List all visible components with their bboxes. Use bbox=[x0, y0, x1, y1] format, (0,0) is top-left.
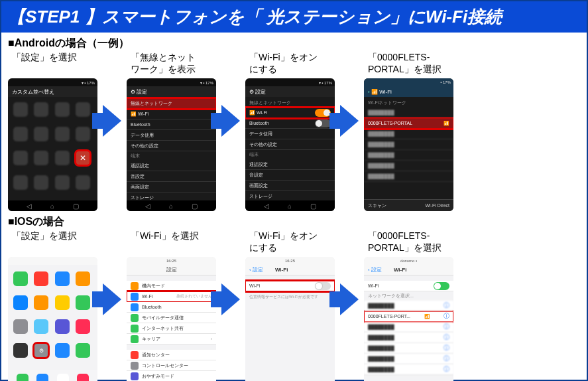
app-icon[interactable] bbox=[76, 271, 90, 286]
list-item[interactable]: モバイルデータ通信 bbox=[127, 313, 216, 323]
home-icon[interactable]: ⌂ bbox=[288, 202, 292, 210]
app-icon[interactable] bbox=[76, 127, 90, 141]
recent-icon[interactable]: ▢ bbox=[73, 202, 79, 210]
recent-icon[interactable]: ▢ bbox=[192, 202, 198, 210]
list-item[interactable]: インターネット共有 bbox=[127, 323, 216, 334]
back-icon[interactable]: ◁ bbox=[264, 202, 269, 210]
app-icon[interactable] bbox=[34, 175, 48, 190]
back-button[interactable]: ‹ 設定 bbox=[249, 266, 263, 273]
list-item[interactable]: キャリア› bbox=[127, 334, 216, 344]
info-icon[interactable]: ⓘ bbox=[443, 312, 449, 321]
info-icon[interactable]: ⓘ bbox=[443, 354, 449, 363]
list-item[interactable]: 音設定 bbox=[245, 170, 335, 181]
wifi-toggle[interactable] bbox=[315, 282, 331, 290]
list-item[interactable]: その他の設定 bbox=[245, 139, 335, 150]
list-item[interactable]: おやすみモード bbox=[127, 371, 216, 381]
info-icon[interactable]: ⓘ bbox=[443, 333, 449, 342]
wifi-network-row[interactable]: ████████ⓘ bbox=[364, 301, 453, 311]
scan-button[interactable]: スキャン bbox=[368, 202, 386, 209]
info-icon[interactable]: ⓘ bbox=[443, 301, 449, 310]
dock-icon[interactable] bbox=[77, 374, 89, 381]
home-icon[interactable]: ⌂ bbox=[169, 202, 173, 210]
app-icon[interactable] bbox=[34, 127, 48, 141]
list-item[interactable]: 機内モード bbox=[127, 281, 216, 291]
wifi-toggle-row[interactable]: Wi-Fi bbox=[364, 281, 453, 291]
dock-icon[interactable] bbox=[36, 374, 48, 381]
wireless-network-row[interactable]: 無線とネットワーク bbox=[127, 98, 216, 109]
app-icon[interactable] bbox=[13, 102, 28, 117]
app-icon[interactable] bbox=[76, 175, 90, 190]
wifi-direct-button[interactable]: Wi-Fi Direct bbox=[425, 203, 449, 208]
app-icon[interactable] bbox=[13, 271, 28, 286]
home-icon[interactable]: ⌂ bbox=[50, 202, 54, 210]
app-icon[interactable] bbox=[55, 175, 70, 190]
back-icon[interactable]: ◁ bbox=[145, 202, 150, 210]
back-button[interactable]: ‹ 設定 bbox=[368, 266, 382, 273]
wifi-network-row[interactable]: ████████ bbox=[364, 161, 453, 171]
bt-toggle[interactable] bbox=[315, 119, 331, 127]
app-icon[interactable] bbox=[13, 127, 28, 141]
list-item[interactable]: 通話設定 bbox=[127, 161, 216, 171]
app-icon[interactable] bbox=[55, 127, 70, 141]
wifi-toggle-row[interactable]: 📶 Wi-Fi bbox=[245, 108, 335, 118]
app-icon[interactable] bbox=[55, 295, 70, 310]
recent-icon[interactable]: ▢ bbox=[310, 202, 316, 210]
app-icon[interactable] bbox=[76, 343, 90, 358]
list-item[interactable]: 通知センター bbox=[127, 350, 216, 360]
app-icon[interactable] bbox=[76, 319, 90, 334]
app-icon[interactable] bbox=[13, 295, 28, 310]
wifi-toggle[interactable] bbox=[315, 109, 331, 117]
list-item[interactable]: Bluetooth bbox=[127, 119, 216, 130]
list-item[interactable]: 📶 Wi-Fi bbox=[127, 109, 216, 119]
list-item[interactable]: ストレージ bbox=[127, 192, 216, 200]
app-icon[interactable] bbox=[55, 151, 70, 165]
app-icon[interactable] bbox=[34, 319, 48, 334]
info-icon[interactable]: ⓘ bbox=[443, 344, 449, 352]
info-icon[interactable]: ⓘ bbox=[443, 323, 449, 331]
app-icon[interactable] bbox=[76, 102, 90, 117]
app-icon[interactable] bbox=[55, 102, 70, 117]
wifi-network-row[interactable]: ████████ⓘ bbox=[364, 343, 453, 354]
settings-app-icon[interactable]: ⚙ bbox=[34, 343, 48, 358]
app-icon[interactable] bbox=[13, 319, 28, 334]
app-icon[interactable] bbox=[13, 175, 28, 190]
wifi-network-row[interactable]: ████████ bbox=[364, 129, 453, 139]
info-icon[interactable]: ⓘ bbox=[443, 365, 449, 374]
app-icon[interactable] bbox=[13, 343, 28, 358]
list-item[interactable]: 音設定 bbox=[127, 171, 216, 182]
list-item[interactable]: 画面設定 bbox=[127, 182, 216, 192]
app-icon[interactable] bbox=[55, 319, 70, 334]
wifi-toggle[interactable] bbox=[434, 282, 449, 290]
flets-portal-row[interactable]: 0000FLETS-PORTAL📶 bbox=[364, 118, 453, 129]
back-icon[interactable]: ‹ bbox=[368, 89, 370, 95]
back-icon[interactable]: ◁ bbox=[27, 202, 32, 210]
app-icon[interactable] bbox=[13, 151, 28, 165]
list-item[interactable]: ストレージ bbox=[245, 191, 335, 200]
dock-icon[interactable] bbox=[17, 374, 29, 381]
wifi-settings-row[interactable]: Wi-Fi接続されていません bbox=[127, 291, 216, 302]
app-icon[interactable] bbox=[55, 271, 70, 286]
app-icon[interactable] bbox=[34, 151, 48, 165]
wifi-network-row[interactable]: ████████ⓘ bbox=[364, 322, 453, 333]
list-item[interactable]: 通話設定 bbox=[245, 159, 335, 170]
list-item[interactable]: Bluetooth bbox=[127, 302, 216, 313]
wifi-network-row[interactable]: ████████ bbox=[364, 150, 453, 161]
list-item[interactable]: データ使用 bbox=[245, 129, 335, 139]
settings-app-icon[interactable]: ✕ bbox=[76, 151, 90, 165]
wifi-network-row[interactable]: ████████ bbox=[364, 171, 453, 182]
dock-icon[interactable] bbox=[57, 374, 69, 381]
flets-portal-row[interactable]: 0000FLETS-PORT...📶ⓘ bbox=[364, 311, 453, 322]
wifi-network-row[interactable]: ████████ⓘ bbox=[364, 364, 453, 375]
list-item[interactable]: コントロールセンター bbox=[127, 360, 216, 371]
list-item[interactable]: Bluetooth bbox=[245, 118, 335, 129]
app-icon[interactable] bbox=[76, 295, 90, 310]
wifi-toggle-row[interactable]: Wi-Fi bbox=[245, 281, 335, 291]
wifi-network-row[interactable]: ████████ bbox=[364, 139, 453, 150]
list-item[interactable]: 画面設定 bbox=[245, 181, 335, 191]
app-icon[interactable] bbox=[55, 343, 70, 358]
app-icon[interactable] bbox=[34, 102, 48, 117]
list-item[interactable]: データ使用 bbox=[127, 130, 216, 141]
wifi-network-row[interactable]: ████████ bbox=[364, 108, 453, 118]
app-icon[interactable] bbox=[34, 295, 48, 310]
list-item[interactable]: その他の設定 bbox=[127, 141, 216, 151]
